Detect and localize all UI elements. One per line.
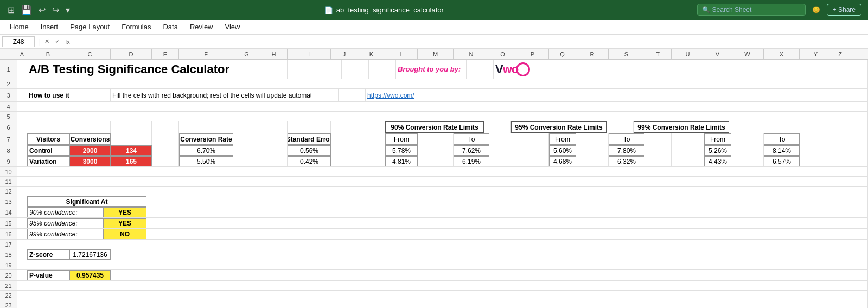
- rownum-6: 6: [0, 121, 17, 133]
- col-Q[interactable]: Q: [549, 49, 576, 59]
- rownum-23: 23: [0, 300, 17, 308]
- cell-variation-visitors[interactable]: 3000: [69, 156, 111, 166]
- row-7: 7 Visitors Conversions Conversion Rate S…: [0, 133, 868, 145]
- cell-vwo-logo: Vwo: [494, 60, 602, 79]
- cell-rest3: [436, 89, 868, 101]
- cell-E1[interactable]: [260, 60, 288, 79]
- rownum-10: 10: [0, 167, 17, 176]
- emoji-icon[interactable]: 😊: [812, 6, 820, 14]
- col-R[interactable]: R: [576, 49, 609, 59]
- cell-A7: [17, 133, 27, 145]
- file-icon: 📄: [324, 6, 333, 14]
- cell-title[interactable]: A/B Testing Significance Calculator: [27, 60, 260, 79]
- rownum-11: 11: [0, 177, 17, 186]
- undo-icon[interactable]: ↩: [37, 5, 47, 15]
- col-S[interactable]: S: [609, 49, 644, 59]
- col-I[interactable]: I: [288, 49, 331, 59]
- formula-input[interactable]: [74, 38, 866, 46]
- cell-G3: [311, 89, 339, 101]
- menu-pagelayout[interactable]: Page Layout: [65, 21, 115, 33]
- rownum-8: 8: [0, 145, 17, 156]
- col-E[interactable]: E: [152, 49, 179, 59]
- cell-H6: [260, 121, 288, 133]
- rownum-1: 1: [0, 60, 17, 79]
- cell-pvalue-val: 0.957435: [69, 270, 111, 280]
- col-V[interactable]: V: [704, 49, 731, 59]
- cell-conversions-hdr: Conversions: [69, 133, 111, 145]
- cell-A3: [17, 89, 27, 101]
- cell-reference[interactable]: [2, 36, 35, 47]
- menu-view[interactable]: View: [220, 21, 246, 33]
- cell-W8: [731, 145, 764, 156]
- redo-icon[interactable]: ↪: [51, 5, 60, 15]
- toolbar-left: ⊞ 💾 ↩ ↪ ▾: [7, 5, 71, 15]
- cell-link[interactable]: https://vwo.com/: [366, 89, 436, 101]
- search-box[interactable]: 🔍: [697, 4, 806, 16]
- grid-icon[interactable]: ⊞: [7, 5, 16, 15]
- col-O[interactable]: O: [489, 49, 516, 59]
- rownum-15: 15: [0, 218, 17, 228]
- share-button[interactable]: + Share: [827, 4, 861, 16]
- col-H[interactable]: H: [260, 49, 288, 59]
- col-T[interactable]: T: [644, 49, 672, 59]
- cell-A8: [17, 145, 27, 156]
- cell-I6: [288, 121, 331, 133]
- row5-empty: [17, 112, 868, 121]
- column-headers: A B C D E F G H I J K L M N O P Q R S T …: [0, 49, 868, 60]
- col-Z[interactable]: Z: [832, 49, 848, 59]
- menu-review[interactable]: Review: [184, 21, 219, 33]
- cell-pvalue-label: P-value: [27, 270, 69, 280]
- col-A[interactable]: A: [17, 49, 27, 59]
- cell-H1[interactable]: [369, 60, 396, 79]
- cell-control-visitors[interactable]: 2000: [69, 145, 111, 156]
- col-L[interactable]: L: [385, 49, 418, 59]
- col-K[interactable]: K: [358, 49, 385, 59]
- cell-rest7: [800, 133, 868, 145]
- rownum-4: 4: [0, 102, 17, 111]
- save-icon[interactable]: 💾: [20, 5, 33, 15]
- row15-rest: [146, 218, 868, 228]
- col-Y[interactable]: Y: [800, 49, 832, 59]
- row10-empty: [17, 167, 868, 176]
- col-D[interactable]: D: [111, 49, 152, 59]
- col-J[interactable]: J: [331, 49, 358, 59]
- col-G[interactable]: G: [233, 49, 260, 59]
- fx-icon[interactable]: fx: [63, 39, 72, 45]
- col-C[interactable]: C: [69, 49, 111, 59]
- row-18: 18 Z-score 1.72167136: [0, 249, 868, 260]
- col-W[interactable]: W: [731, 49, 764, 59]
- col-M[interactable]: M: [418, 49, 454, 59]
- cell-O8: [489, 145, 516, 156]
- vwo-logo: Vwo: [495, 62, 530, 76]
- cell-99to-hdr: To: [764, 133, 800, 145]
- formula-confirm-icon[interactable]: ✓: [53, 38, 61, 45]
- cell-G1[interactable]: [342, 60, 369, 79]
- cell-A1[interactable]: [17, 60, 27, 79]
- cell-D6: [111, 121, 152, 133]
- cell-how-desc: Fill the cells with red background; rest…: [111, 89, 311, 101]
- menu-formulas[interactable]: Formulas: [116, 21, 156, 33]
- more-icon[interactable]: ▾: [65, 5, 71, 15]
- cell-control-conversions[interactable]: 134: [111, 145, 152, 156]
- col-B[interactable]: B: [27, 49, 69, 59]
- formula-cancel-icon[interactable]: ✕: [43, 38, 51, 45]
- menu-data[interactable]: Data: [157, 21, 183, 33]
- cell-variation-conversions[interactable]: 165: [111, 156, 152, 166]
- cell-E9: [152, 156, 179, 166]
- row13-rest: [146, 196, 868, 207]
- cell-B6: [27, 121, 69, 133]
- col-F[interactable]: F: [179, 49, 233, 59]
- col-U[interactable]: U: [672, 49, 704, 59]
- cell-95conf-label: 95% confidence:: [27, 218, 103, 228]
- cell-F1[interactable]: [288, 60, 342, 79]
- col-P[interactable]: P: [516, 49, 549, 59]
- search-input[interactable]: [712, 6, 799, 14]
- vwo-v: V: [495, 62, 503, 76]
- menu-home[interactable]: Home: [4, 21, 34, 33]
- col-X[interactable]: X: [764, 49, 800, 59]
- menu-insert[interactable]: Insert: [35, 21, 64, 33]
- row-2: 2: [0, 79, 868, 89]
- cell-M9: [418, 156, 454, 166]
- col-N[interactable]: N: [454, 49, 489, 59]
- cell-P7: [516, 133, 549, 145]
